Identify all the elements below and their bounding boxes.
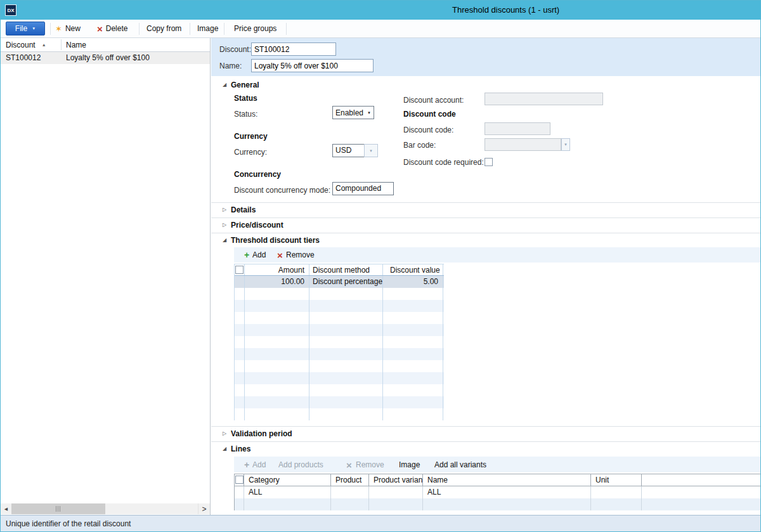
discount-field[interactable] <box>251 42 336 56</box>
collapse-icon[interactable]: ◢ <box>223 82 226 88</box>
bar-code-dropdown-button: ▼ <box>561 138 570 151</box>
section-title-tiers: Threshold discount tiers <box>231 236 320 245</box>
remove-icon: × <box>346 460 352 469</box>
status-dropdown[interactable]: Enabled ▼ <box>332 106 374 119</box>
scroll-left-icon[interactable]: ◀ <box>1 503 11 514</box>
column-header-product[interactable]: Product <box>331 474 369 486</box>
empty-row <box>235 360 444 372</box>
column-divider[interactable] <box>61 39 62 50</box>
horizontal-scrollbar[interactable]: ◀ > <box>1 503 210 514</box>
table-row[interactable]: 100.00 Discount percentage 5.00 <box>235 276 444 288</box>
concurrency-mode-label: Discount concurrency mode: <box>234 185 330 195</box>
lines-add-all-variants-button[interactable]: Add all variants <box>434 460 486 469</box>
titlebar: DX Threshold discounts (1 - usrt) <box>1 1 760 20</box>
column-header-discount-method[interactable]: Discount method <box>309 264 383 275</box>
scroll-right-icon[interactable]: > <box>198 503 210 514</box>
cell-discount: ST100012 <box>6 52 41 64</box>
section-header-lines[interactable]: ◢ Lines <box>211 441 761 456</box>
select-all-checkbox[interactable] <box>235 266 244 274</box>
lines-toolbar: + Add Add products × Remove Image Add al… <box>234 457 761 472</box>
cell-name: ALL <box>423 486 591 498</box>
column-header-amount[interactable]: Amount <box>245 264 309 275</box>
scrollbar-thumb[interactable] <box>11 503 105 514</box>
copy-from-button[interactable]: Copy from <box>146 20 181 37</box>
new-button[interactable]: ✶ New <box>55 20 81 37</box>
lines-image-button[interactable]: Image <box>399 460 420 469</box>
column-header-unit[interactable]: Unit <box>591 474 642 486</box>
discount-code-field <box>485 122 550 135</box>
empty-row <box>235 336 444 348</box>
price-groups-button[interactable]: Price groups <box>234 20 276 37</box>
discount-code-label: Discount code: <box>403 125 453 135</box>
tiers-remove-button[interactable]: Remove <box>286 250 315 259</box>
app-window: DX Threshold discounts (1 - usrt) File ▼… <box>0 0 761 532</box>
empty-row <box>235 300 444 312</box>
file-menu-label: File <box>15 24 27 33</box>
expand-icon[interactable]: ▷ <box>223 431 226 436</box>
new-icon: ✶ <box>55 25 62 33</box>
expand-icon[interactable]: ▷ <box>223 223 226 228</box>
empty-row <box>235 312 444 324</box>
cell-name: Loyalty 5% off over $100 <box>66 52 150 64</box>
section-header-details[interactable]: ▷ Details <box>211 202 761 217</box>
app-icon-glyph: DX <box>7 8 14 13</box>
section-title-lines: Lines <box>231 444 250 453</box>
column-header-discount[interactable]: Discount▲ <box>6 38 46 52</box>
empty-row <box>235 372 444 384</box>
section-header-price-discount[interactable]: ▷ Price/discount <box>211 217 761 232</box>
chevron-down-icon: ▼ <box>564 143 568 146</box>
currency-field[interactable]: USD <box>332 144 365 157</box>
copy-from-label: Copy from <box>146 24 181 33</box>
column-header-name[interactable]: Name <box>423 474 591 486</box>
section-header-validation-period[interactable]: ▷ Validation period <box>211 426 761 441</box>
lines-add-products-button: Add products <box>278 460 323 469</box>
group-label-concurrency: Concurrency <box>234 170 281 179</box>
section-header-tiers[interactable]: ◢ Threshold discount tiers <box>211 233 761 247</box>
table-row[interactable]: ST100012 Loyalty 5% off over $100 <box>1 52 210 64</box>
column-header-category[interactable]: Category <box>244 474 331 486</box>
empty-row <box>235 288 444 300</box>
row-checkbox-cell <box>235 486 244 498</box>
delete-button[interactable]: × Delete <box>97 20 127 37</box>
concurrency-mode-value: Compounded <box>335 184 381 193</box>
toolbar-separator <box>139 23 140 35</box>
empty-row <box>235 384 444 396</box>
name-field-label: Name: <box>219 61 242 71</box>
cell-product <box>331 486 369 498</box>
section-title-details: Details <box>231 205 256 214</box>
section-header-general[interactable]: ◢ General <box>211 77 761 92</box>
file-menu-button[interactable]: File ▼ <box>6 22 45 36</box>
toolbar-separator <box>286 23 287 35</box>
discount-field-label: Discount: <box>219 44 251 55</box>
concurrency-mode-field[interactable]: Compounded <box>332 182 394 195</box>
collapse-icon[interactable]: ◢ <box>223 238 226 243</box>
expand-icon[interactable]: ▷ <box>223 207 226 212</box>
app-icon: DX <box>5 4 16 16</box>
select-all-checkbox[interactable] <box>235 476 244 484</box>
column-header-name[interactable]: Name <box>66 38 86 52</box>
name-field[interactable] <box>251 59 374 72</box>
detail-panel: Discount: Name: ◢ General Status Status:… <box>211 38 761 515</box>
lines-grid: Category Product Product variant Name Un… <box>234 474 761 510</box>
main-toolbar: File ▼ ✶ New × Delete Copy from Image Pr… <box>1 20 760 38</box>
column-header-discount-value[interactable]: Discount value <box>383 264 443 275</box>
currency-dropdown-button[interactable]: ▼ <box>364 144 378 157</box>
image-button[interactable]: Image <box>197 20 218 37</box>
tiers-toolbar: + Add × Remove <box>234 247 761 263</box>
collapse-icon[interactable]: ◢ <box>223 446 226 451</box>
toolbar-separator <box>50 23 51 35</box>
scrollbar-grip <box>56 506 62 512</box>
section-title-price-discount: Price/discount <box>231 221 283 230</box>
cell-discount-value: 5.00 <box>383 276 443 288</box>
column-header-product-variant[interactable]: Product variant <box>369 474 423 486</box>
discount-account-field <box>485 93 603 105</box>
cell-unit <box>591 486 642 498</box>
discount-code-required-checkbox[interactable] <box>485 158 493 166</box>
window-title: Threshold discounts (1 - usrt) <box>452 1 559 20</box>
table-row[interactable]: ALL ALL <box>235 486 761 498</box>
column-header-filler <box>642 474 761 486</box>
cell-discount-method: Discount percentage <box>309 276 383 288</box>
tiers-add-button[interactable]: Add <box>252 250 266 259</box>
group-label-status: Status <box>234 94 257 103</box>
chevron-down-icon: ▼ <box>365 111 371 115</box>
